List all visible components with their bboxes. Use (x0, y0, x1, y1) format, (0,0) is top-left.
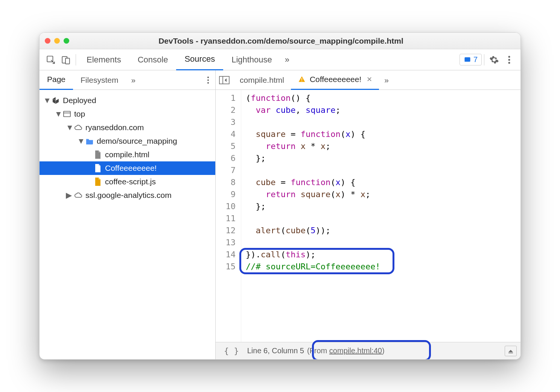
code-content: (function() { var cube, square; square =… (241, 90, 520, 342)
tree-top[interactable]: ▼ top (40, 107, 215, 121)
window-controls (45, 38, 69, 44)
titlebar: DevTools - ryanseddon.com/demo/source_ma… (40, 33, 520, 49)
nav-tabs-overflow[interactable]: » (126, 70, 141, 90)
tree-file-compile[interactable]: compile.html (40, 148, 215, 161)
editor-tab-label: Coffeeeeeeee! (310, 75, 361, 84)
pretty-print-button[interactable]: { } (219, 346, 243, 356)
source-origin-link[interactable]: compile.html:40 (329, 346, 382, 355)
tree-label: top (74, 109, 85, 119)
zoom-window-button[interactable] (64, 38, 69, 44)
devtools-window: DevTools - ryanseddon.com/demo/source_ma… (39, 32, 521, 360)
svg-point-5 (508, 59, 510, 61)
tree-label: Deployed (63, 96, 96, 105)
svg-rect-15 (301, 81, 302, 81)
warning-icon (298, 75, 306, 84)
tree-file-coffeescript[interactable]: coffee-script.js (40, 175, 215, 188)
frame-icon (63, 110, 71, 118)
source-origin: (From compile.html:40) (307, 346, 385, 355)
close-tab-icon[interactable]: ✕ (367, 75, 372, 84)
tab-console[interactable]: Console (129, 49, 177, 70)
svg-rect-16 (508, 352, 513, 353)
cube-icon (52, 96, 60, 105)
svg-rect-12 (219, 76, 229, 84)
svg-point-9 (207, 82, 209, 84)
svg-point-8 (207, 79, 209, 81)
tree-label: compile.html (105, 150, 149, 159)
tab-lighthouse[interactable]: Lighthouse (223, 49, 280, 70)
svg-point-6 (508, 62, 510, 64)
js-file-icon (94, 178, 102, 186)
device-toolbar-icon[interactable] (58, 55, 73, 65)
nav-kebab-icon[interactable] (201, 76, 215, 84)
show-drawer-icon[interactable] (505, 346, 517, 356)
editor-tab-compile[interactable]: compile.html (233, 70, 291, 90)
minimize-window-button[interactable] (54, 38, 60, 44)
cloud-icon (74, 191, 82, 199)
svg-rect-2 (65, 58, 70, 64)
tab-sources[interactable]: Sources (176, 49, 223, 70)
editor-tabs: compile.html Coffeeeeeeee! ✕ » (216, 70, 520, 90)
tabs-overflow[interactable]: » (280, 49, 294, 70)
settings-gear-icon[interactable] (487, 55, 502, 65)
editor-area: compile.html Coffeeeeeeee! ✕ » 123456789… (216, 70, 520, 359)
editor-tab-coffee[interactable]: Coffeeeeeeee! ✕ (291, 70, 379, 90)
nav-tab-filesystem[interactable]: Filesystem (73, 70, 126, 90)
nav-tab-page[interactable]: Page (40, 70, 73, 90)
tree-folder[interactable]: ▼ demo/source_mapping (40, 134, 215, 148)
file-icon (94, 150, 102, 159)
line-gutter: 123456789101112131415 (216, 90, 241, 342)
statusbar: { } Line 6, Column 5 (From compile.html:… (216, 342, 520, 359)
main-area: Page Filesystem » ▼ Deployed ▼ top (40, 70, 520, 359)
issues-count: 7 (473, 55, 478, 64)
main-toolbar: Elements Console Sources Lighthouse » 7 (40, 49, 520, 70)
folder-icon (85, 137, 94, 145)
cursor-position: Line 6, Column 5 (247, 346, 304, 355)
svg-point-7 (207, 76, 209, 78)
tree-label: coffee-script.js (105, 177, 156, 186)
editor-tab-label: compile.html (240, 76, 284, 85)
tree-domain-analytics[interactable]: ▶ ssl.google-analytics.com (40, 188, 215, 202)
tree-domain[interactable]: ▼ ryanseddon.com (40, 121, 215, 134)
svg-rect-10 (64, 111, 70, 117)
file-tree: ▼ Deployed ▼ top ▼ ryanseddon.com ▼ (40, 90, 215, 202)
tree-label: Coffeeeeeeee! (105, 164, 157, 173)
navigator-tabs: Page Filesystem » (40, 70, 215, 90)
tab-elements[interactable]: Elements (78, 49, 129, 70)
issues-badge[interactable]: 7 (460, 54, 482, 65)
kebab-menu-icon[interactable] (502, 55, 517, 64)
navigator-sidebar: Page Filesystem » ▼ Deployed ▼ top (40, 70, 216, 359)
tree-label: ryanseddon.com (85, 123, 144, 132)
tree-label: ssl.google-analytics.com (85, 191, 172, 200)
editor-tabs-overflow[interactable]: » (379, 70, 394, 90)
svg-rect-14 (301, 78, 302, 80)
svg-point-4 (508, 56, 510, 58)
code-editor[interactable]: 123456789101112131415 (function() { var … (216, 90, 520, 342)
window-title: DevTools - ryanseddon.com/demo/source_ma… (69, 36, 493, 46)
tree-label: demo/source_mapping (97, 137, 177, 146)
close-window-button[interactable] (45, 38, 50, 44)
toggle-navigator-icon[interactable] (216, 76, 233, 84)
tree-file-coffee[interactable]: Coffeeeeeeee! (40, 161, 215, 175)
inspect-element-icon[interactable] (43, 55, 58, 65)
file-icon (94, 164, 102, 172)
cloud-icon (74, 123, 82, 132)
tree-root-deployed[interactable]: ▼ Deployed (40, 94, 215, 107)
